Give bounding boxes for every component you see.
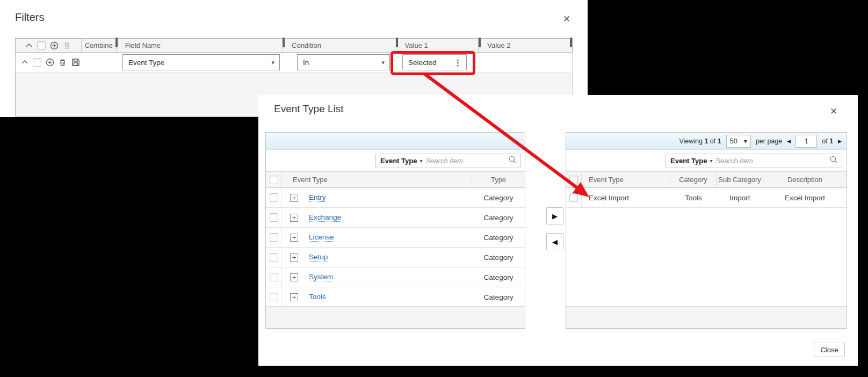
column-resize-handle[interactable] [396, 38, 398, 47]
column-header-description: Description [763, 172, 847, 187]
filter-header-toolbar [16, 39, 82, 52]
move-left-button[interactable]: ◀ [546, 233, 563, 250]
row-checkbox[interactable] [33, 58, 41, 67]
column-resize-handle[interactable] [479, 38, 481, 47]
type-cell: Category [472, 234, 525, 242]
condition-dropdown[interactable]: In ▾ [297, 54, 390, 70]
event-type-link[interactable]: Tools [309, 293, 326, 301]
search-input[interactable] [715, 157, 829, 165]
close-button[interactable]: Close [814, 343, 845, 357]
available-table-footer [266, 306, 525, 328]
row-checkbox[interactable] [270, 253, 278, 262]
filters-close-icon[interactable]: ✕ [563, 15, 570, 24]
row-checkbox[interactable] [270, 193, 278, 202]
value1-text: Selected [408, 59, 437, 67]
row-checkbox[interactable] [569, 193, 578, 202]
expand-icon[interactable]: + [290, 194, 298, 202]
row-checkbox[interactable] [270, 273, 278, 281]
value1-picker[interactable]: Selected ⋮ [402, 54, 467, 70]
selected-table-footer [566, 306, 847, 328]
arrow-left-icon: ◀ [552, 238, 558, 246]
column-resize-handle[interactable] [570, 38, 572, 47]
selected-search-box[interactable]: Event Type ▾ [666, 154, 842, 168]
available-items-table: Event Type ▾ Event Type Type + Entry Cat… [265, 132, 525, 329]
category-cell: Tools [670, 194, 717, 202]
collapse-chevron-icon[interactable] [24, 41, 33, 50]
per-page-label: per page [756, 137, 782, 145]
viewing-count: 1 [704, 137, 708, 145]
viewing-status: Viewing 1 of 1 [679, 137, 721, 145]
event-type-link[interactable]: Exchange [309, 213, 341, 222]
row-save-icon[interactable] [71, 58, 80, 67]
search-input[interactable] [425, 157, 508, 165]
event-type-link[interactable]: License [309, 233, 334, 242]
event-type-list-dialog: Event Type List ✕ Event Type ▾ Event Typ… [258, 95, 858, 366]
column-header-condition: Condition [283, 39, 396, 52]
filter-table-header: Combine Field Name Condition Value 1 Val… [16, 39, 573, 53]
list-item: + Tools Category [266, 287, 525, 307]
dialog-close-icon[interactable]: ✕ [830, 107, 837, 116]
expand-icon[interactable]: + [290, 253, 298, 262]
screen: Filters ✕ Combine Field Name Condition V… [0, 0, 868, 377]
expand-icon[interactable]: + [290, 234, 298, 242]
list-item: + Setup Category [266, 248, 525, 267]
list-item: + Entry Category [266, 188, 525, 208]
column-header-combine: Combine [82, 39, 117, 52]
row-add-icon[interactable] [45, 58, 54, 67]
table-row: Excel Import Tools Import Excel Import [566, 188, 847, 208]
page-number-input[interactable] [795, 135, 817, 148]
expand-icon[interactable]: + [290, 273, 298, 281]
selected-select-all-checkbox[interactable] [569, 176, 578, 184]
event-type-link[interactable]: Entry [309, 193, 326, 202]
search-icon[interactable] [829, 155, 838, 166]
description-cell: Excel Import [763, 194, 847, 202]
available-search-box[interactable]: Event Type ▾ [375, 154, 521, 168]
event-type-cell: Excel Import [582, 194, 670, 202]
available-search-row: Event Type ▾ [266, 150, 525, 172]
redacted-region [0, 117, 258, 377]
page-total-label: of 1 [822, 137, 833, 145]
delete-filter-icon-disabled [62, 41, 71, 50]
next-page-icon[interactable]: ▶ [838, 139, 842, 144]
event-type-link[interactable]: System [309, 273, 333, 281]
available-select-all-checkbox[interactable] [270, 176, 278, 184]
available-table-header: Event Type Type [266, 172, 525, 188]
chevron-down-icon: ▾ [744, 137, 747, 145]
search-icon[interactable] [508, 155, 517, 166]
page-size-value: 50 [730, 137, 737, 145]
filter-row: Event Type ▾ In ▾ Selected ⋮ [16, 53, 573, 73]
expand-icon[interactable]: + [290, 214, 298, 222]
row-checkbox[interactable] [270, 233, 278, 242]
dialog-title: Event Type List [274, 103, 344, 115]
event-type-link[interactable]: Setup [309, 253, 328, 262]
type-cell: Category [472, 253, 525, 262]
search-field-selector[interactable]: Event Type [670, 157, 707, 165]
column-resize-handle[interactable] [283, 38, 285, 47]
column-header-type: Type [472, 172, 525, 187]
prev-page-icon[interactable]: ◀ [787, 139, 791, 144]
column-header-category: Category [670, 172, 717, 187]
field-name-dropdown[interactable]: Event Type ▾ [122, 54, 280, 70]
arrow-right-icon: ▶ [552, 212, 558, 220]
list-item: + Exchange Category [266, 208, 525, 228]
selected-items-table: Viewing 1 of 1 50 ▾ per page ◀ of 1 ▶ [566, 132, 847, 329]
search-field-selector[interactable]: Event Type [380, 157, 417, 165]
page-size-select[interactable]: 50 ▾ [726, 135, 751, 148]
type-cell: Category [472, 214, 525, 222]
move-right-button[interactable]: ▶ [546, 207, 563, 224]
column-resize-handle[interactable] [115, 38, 118, 47]
selected-search-row: Event Type ▾ [566, 150, 847, 172]
list-item: + License Category [266, 228, 525, 248]
row-checkbox[interactable] [270, 213, 278, 222]
chevron-down-icon: ▾ [271, 59, 279, 66]
row-collapse-chevron-icon[interactable] [20, 58, 29, 67]
row-delete-icon[interactable] [58, 58, 67, 67]
more-options-icon[interactable]: ⋮ [454, 60, 466, 65]
column-header-value2: Value 2 [479, 39, 573, 52]
select-all-checkbox[interactable] [37, 41, 46, 50]
add-filter-icon[interactable] [49, 41, 59, 50]
row-checkbox[interactable] [270, 293, 278, 301]
expand-icon[interactable]: + [290, 293, 298, 301]
list-item: + System Category [266, 267, 525, 287]
redacted-region [858, 0, 868, 377]
